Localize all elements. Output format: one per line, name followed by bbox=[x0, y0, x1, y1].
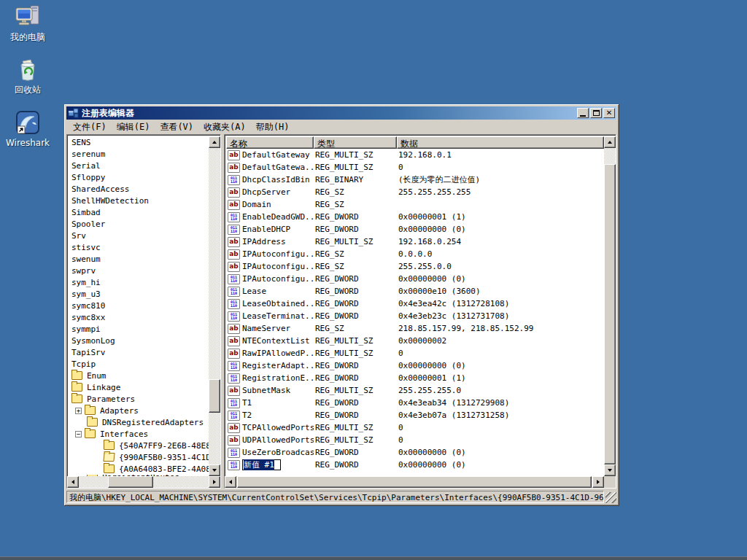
tree-item[interactable]: Tcpip bbox=[69, 358, 209, 370]
my-computer-icon bbox=[15, 4, 41, 29]
tree-vertical-scrollbar[interactable] bbox=[209, 136, 220, 476]
value-row[interactable]: 011110新值 #1REG_DWORD0x00000000 (0) bbox=[226, 459, 604, 471]
tree-item[interactable]: TapiSrv bbox=[69, 346, 209, 358]
tree-item[interactable]: swprv bbox=[69, 265, 209, 276]
menu-favorites[interactable]: 收藏夹(A) bbox=[198, 120, 251, 135]
tree-item[interactable]: Parameters bbox=[69, 393, 209, 405]
scroll-down-button[interactable] bbox=[209, 464, 220, 476]
menu-help[interactable]: 帮助(H) bbox=[251, 120, 295, 135]
tree-item[interactable]: Enum bbox=[69, 370, 209, 381]
folder-icon bbox=[87, 418, 98, 427]
value-row[interactable]: abNameServerREG_SZ218.85.157.99, 218.85.… bbox=[226, 322, 604, 335]
menu-file[interactable]: 文件(F) bbox=[68, 120, 112, 135]
value-row[interactable]: 011110LeaseTerminat...REG_DWORD0x4e3eb23… bbox=[226, 310, 604, 322]
maximize-button[interactable] bbox=[590, 108, 602, 118]
tree-item[interactable]: symc810 bbox=[69, 300, 209, 311]
tree-item[interactable]: SharedAccess bbox=[69, 183, 209, 195]
tree-item[interactable]: serenum bbox=[69, 148, 209, 160]
value-row[interactable]: abDefaultGatewa...REG_MULTI_SZ0 bbox=[226, 161, 604, 174]
tree-item[interactable]: stisvc bbox=[69, 241, 209, 253]
list-horizontal-scrollbar[interactable] bbox=[225, 476, 616, 488]
title-bar[interactable]: 注册表编辑器 ✕ bbox=[66, 106, 616, 120]
expand-icon[interactable]: + bbox=[75, 408, 82, 414]
scroll-right-button[interactable] bbox=[209, 476, 220, 488]
tree-vscroll-thumb[interactable] bbox=[209, 379, 220, 413]
value-name-cell: abIPAutoconfigu... bbox=[226, 262, 314, 272]
scroll-right-button[interactable] bbox=[592, 476, 604, 488]
resize-grip[interactable] bbox=[605, 492, 616, 503]
tree-item[interactable]: −Interfaces bbox=[69, 428, 209, 440]
value-row[interactable]: abUDPAllowedPortsREG_MULTI_SZ0 bbox=[226, 434, 604, 446]
value-row[interactable]: 011110RegisterAdapt...REG_DWORD0x0000000… bbox=[226, 359, 604, 372]
menu-view[interactable]: 查看(V) bbox=[155, 120, 198, 135]
value-row[interactable]: 011110IPAutoconfigu...REG_DWORD0x0000000… bbox=[226, 273, 604, 285]
value-row[interactable]: 011110LeaseObtained...REG_DWORD0x4e3ea42… bbox=[226, 298, 604, 310]
close-button[interactable]: ✕ bbox=[603, 108, 615, 118]
tree-item[interactable]: SENS bbox=[69, 136, 209, 148]
value-row[interactable]: 011110T1REG_DWORD0x4e3eab34 (1312729908) bbox=[226, 397, 604, 409]
rename-edit-field[interactable]: 新值 #1 bbox=[242, 459, 281, 470]
tree-item[interactable]: symmpi bbox=[69, 323, 209, 335]
list-hscroll-thumb[interactable] bbox=[237, 476, 592, 488]
regedit-window: 注册表编辑器 ✕ 文件(F) 编辑(E) 查看(V) 收藏夹(A) 帮助(H) … bbox=[64, 104, 619, 506]
value-row[interactable]: abNTEContextListREG_MULTI_SZ0x00000002 bbox=[226, 335, 604, 347]
value-row[interactable]: 011110EnableDeadGWD...REG_DWORD0x0000000… bbox=[226, 211, 604, 223]
desktop-icon-my-computer[interactable]: 我的电脑 bbox=[0, 4, 55, 44]
scroll-down-button[interactable] bbox=[604, 464, 616, 476]
value-row[interactable]: abDefaultGatewayREG_MULTI_SZ192.168.0.1 bbox=[226, 149, 604, 161]
tree-item[interactable]: sym_hi bbox=[69, 276, 209, 288]
value-row[interactable]: abRawIPAllowedP...REG_MULTI_SZ0 bbox=[226, 347, 604, 359]
tree-item[interactable]: SysmonLog bbox=[69, 335, 209, 346]
tree-item[interactable]: Srv bbox=[69, 230, 209, 241]
tree-item[interactable]: Sfloppy bbox=[69, 171, 209, 183]
tree-item[interactable]: {990AF5B0-9351-4C1D-96D bbox=[69, 451, 209, 463]
taskbar-edge[interactable] bbox=[0, 556, 747, 560]
scroll-left-button[interactable] bbox=[67, 476, 79, 488]
scroll-up-button[interactable] bbox=[209, 136, 220, 148]
tree-item[interactable]: Spooler bbox=[69, 218, 209, 230]
column-header-name[interactable]: 名称 bbox=[226, 136, 314, 149]
tree-item[interactable]: symc8xx bbox=[69, 311, 209, 323]
value-name-cell: abIPAddress bbox=[226, 237, 314, 247]
value-row[interactable]: 011110EnableDHCPREG_DWORD0x00000000 (0) bbox=[226, 223, 604, 236]
registry-tree-pane: SENSserenumSerialSfloppySharedAccessShel… bbox=[66, 134, 221, 489]
minimize-button[interactable] bbox=[577, 108, 589, 118]
value-row[interactable]: abIPAutoconfigu...REG_SZ255.255.0.0 bbox=[226, 260, 604, 273]
value-row[interactable]: abDhcpServerREG_SZ255.255.255.255 bbox=[226, 186, 604, 198]
column-header-type[interactable]: 类型 bbox=[314, 136, 397, 149]
tree-item[interactable]: Serial bbox=[69, 160, 209, 171]
scroll-left-button[interactable] bbox=[225, 476, 236, 488]
collapse-icon[interactable]: − bbox=[75, 431, 82, 438]
scroll-up-button[interactable] bbox=[604, 136, 616, 148]
tree-item[interactable]: Linkage bbox=[69, 381, 209, 393]
tree-item[interactable]: DNSRegisteredAdapters bbox=[69, 416, 209, 428]
value-row[interactable]: 011110T2REG_DWORD0x4e3eb07a (1312731258) bbox=[226, 409, 604, 421]
list-vscroll-thumb[interactable] bbox=[604, 164, 616, 464]
tree-item[interactable]: sym_u3 bbox=[69, 288, 209, 300]
value-row[interactable]: abSubnetMaskREG_MULTI_SZ255.255.255.0 bbox=[226, 384, 604, 397]
value-row[interactable]: abIPAddressREG_MULTI_SZ192.168.0.254 bbox=[226, 236, 604, 248]
tree-item[interactable]: Simbad bbox=[69, 206, 209, 218]
desktop-icon-wireshark[interactable]: Wireshark bbox=[0, 109, 55, 148]
column-header-data[interactable]: 数据 bbox=[397, 136, 604, 149]
value-row[interactable]: 011110DhcpClassIdBinREG_BINARY(长度为零的二进位值… bbox=[226, 174, 604, 186]
tree-item[interactable]: {540A7FF9-2E6B-48E8-A7E bbox=[69, 440, 209, 451]
tree-hscroll-thumb[interactable] bbox=[108, 476, 153, 488]
desktop-icon-recycle-bin[interactable]: 回收站 bbox=[0, 58, 55, 96]
value-row[interactable]: abTCPAllowedPortsREG_MULTI_SZ0 bbox=[226, 421, 604, 434]
close-icon: ✕ bbox=[606, 109, 612, 117]
value-row[interactable]: 011110LeaseREG_DWORD0x00000e10 (3600) bbox=[226, 285, 604, 298]
value-row[interactable]: abDomainREG_SZ bbox=[226, 198, 604, 211]
value-row[interactable]: abIPAutoconfigu...REG_SZ0.0.0.0 bbox=[226, 248, 604, 260]
value-name-cell: abNTEContextList bbox=[226, 336, 314, 346]
tree-item[interactable]: ShellHWDetection bbox=[69, 195, 209, 206]
minimize-icon bbox=[580, 115, 586, 117]
list-vertical-scrollbar[interactable] bbox=[604, 136, 616, 476]
tree-item[interactable]: +Adapters bbox=[69, 405, 209, 416]
menu-edit[interactable]: 编辑(E) bbox=[112, 120, 155, 135]
tree-item[interactable]: swenum bbox=[69, 253, 209, 265]
value-row[interactable]: 011110RegistrationE...REG_DWORD0x0000000… bbox=[226, 372, 604, 384]
value-row[interactable]: 011110UseZeroBroadcastREG_DWORD0x0000000… bbox=[226, 446, 604, 459]
tree-horizontal-scrollbar[interactable] bbox=[67, 476, 220, 488]
tree-item[interactable]: {A0A64083-BFE2-4A08-990 bbox=[69, 463, 209, 475]
